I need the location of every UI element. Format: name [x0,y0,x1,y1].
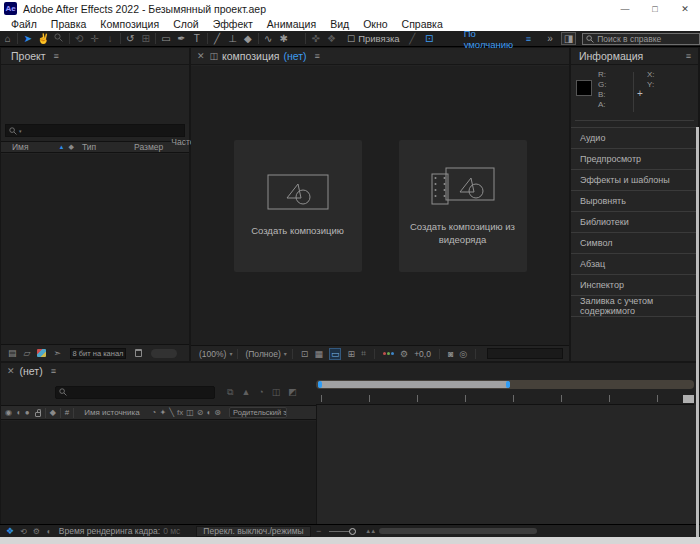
tab-preview[interactable]: Предпросмотр [571,149,698,170]
right-edge-scrollbar[interactable] [696,127,699,537]
monitor-icon[interactable]: ⊡ [301,349,309,359]
orbit-camera-icon[interactable]: ⟲ [71,33,86,44]
toggle-switches-modes-button[interactable]: Перекл. выключ./режимы [196,526,310,537]
hand-tool-icon[interactable]: ✌ [36,33,51,44]
zoom-slider-knob[interactable] [349,528,356,535]
tab-info[interactable]: Информация [579,50,643,62]
pen-tool-icon[interactable]: ✒ [174,33,189,44]
timeline-tracks-area[interactable] [316,405,698,524]
exposure-gear-icon[interactable]: ⚙ [400,349,408,359]
layer-list-area[interactable] [1,421,316,524]
interpret-footage-icon[interactable]: ▤ [8,348,17,358]
menu-help[interactable]: Справка [395,18,450,30]
project-panel-menu-icon[interactable]: ≡ [54,51,59,61]
frame-blend-switch-icon[interactable]: ◫ [186,408,194,417]
composition-tab-close-icon[interactable]: ✕ [197,51,205,61]
pan-camera-icon[interactable]: ✛ [87,33,102,44]
cycle-status-icon[interactable]: ⟲ [20,527,27,536]
project-toggle-pill[interactable] [151,349,177,358]
snap-angle-icon[interactable]: ╱ [404,33,421,44]
tab-character[interactable]: Символ [571,233,698,254]
preview-time-well[interactable] [487,348,563,359]
extra-tool-icon-2[interactable]: ❖ [324,33,339,44]
timeline-horizontal-scrollbar[interactable] [379,528,537,534]
dolly-camera-icon[interactable]: ↓ [102,33,117,44]
frame-blending-icon[interactable]: ◫ [272,387,281,398]
navigator-end-handle[interactable] [506,381,510,388]
tab-effects-and-presets[interactable]: Эффекты и шаблоны [571,170,698,191]
time-ruler[interactable] [316,391,694,405]
shy-switch-icon[interactable]: ◔ [152,408,157,417]
quality-switch-icon[interactable]: ╲ [169,408,174,417]
workspace-switch-icon[interactable]: ◨ [561,32,576,45]
timeline-tab-close-icon[interactable]: ✕ [7,366,15,376]
help-search-input[interactable] [582,33,700,45]
draft-3d-icon[interactable]: ▲ [241,387,250,398]
graph-editor-icon[interactable]: ◩ [288,387,297,398]
new-composition-card[interactable]: Создать композицию [234,140,362,272]
tab-content-aware-fill[interactable]: Заливка с учетом содержимого [571,296,698,317]
timeline-search-input[interactable] [55,386,215,399]
home-icon[interactable]: ⌂ [0,33,15,44]
tab-paragraph[interactable]: Абзац [571,254,698,275]
zoom-out-icon[interactable]: − [316,526,321,536]
ruler-scrollbar-cap[interactable] [683,395,694,403]
clone-stamp-tool-icon[interactable]: ⊥ [225,33,240,44]
tab-libraries[interactable]: Библиотеки [571,212,698,233]
fast-preview-status-icon[interactable]: ❖ [6,526,14,536]
tab-align[interactable]: Выровнять [571,191,698,212]
rotation-tool-icon[interactable]: ↺ [123,33,138,44]
fit-view-icon[interactable]: ⊡ [421,33,438,44]
take-snapshot-icon[interactable]: ◙ [448,349,453,359]
region-of-interest-icon[interactable]: ▭ [329,348,342,360]
workspace-selector[interactable]: По умолчанию [464,28,522,50]
column-type[interactable]: Тип [82,142,96,152]
sort-asc-icon[interactable]: ▲ [59,144,65,150]
new-composition-from-footage-card[interactable]: Создать композицию из видеоряда [399,140,527,272]
time-navigator[interactable] [316,380,694,389]
rulers-icon[interactable]: ⌗ [361,348,366,359]
extra-tool-icon-1[interactable]: ✜ [308,33,323,44]
puppet-tool-icon[interactable]: ✱ [276,33,291,44]
menu-layer[interactable]: Слой [166,18,206,30]
minimize-button[interactable]: — [610,0,640,17]
navigator-start-handle[interactable] [318,381,322,388]
camera-tool-icon[interactable]: ⊞ [138,33,153,44]
magnification-dropdown[interactable]: (100%)▾ [199,349,232,359]
maximize-button[interactable]: □ [640,0,670,17]
close-button[interactable]: ✕ [670,0,700,17]
eraser-tool-icon[interactable]: ◆ [240,33,255,44]
text-tool-icon[interactable]: T [189,33,204,44]
tab-project[interactable]: Проект [11,50,46,62]
menu-file[interactable]: Файл [4,18,44,30]
resolution-dropdown[interactable]: (Полное)▾ [245,349,286,359]
menu-animation[interactable]: Анимация [260,18,323,30]
timeline-panel-menu-icon[interactable]: ≡ [51,366,56,376]
layer-number-column[interactable]: # [65,408,69,417]
new-folder-icon[interactable]: ▱ [24,348,31,358]
time-navigator-bar[interactable] [318,381,510,388]
audio-status-icon[interactable]: ◖ [46,527,51,536]
project-search-input[interactable]: ▾ [5,124,185,137]
gear-status-icon[interactable]: ⚙ [33,527,40,536]
fx-switch-icon[interactable]: fx [177,408,183,417]
parent-link-column[interactable]: Родительский элемент ... [229,407,287,418]
timeline-tab[interactable]: (нет) [20,365,43,377]
collapse-switch-icon[interactable]: ✦ [159,408,166,417]
3d-layer-switch-icon[interactable]: ⊛ [214,408,221,417]
menu-window[interactable]: Окно [356,18,394,30]
menu-effect[interactable]: Эффект [206,18,260,30]
trash-icon[interactable] [135,349,142,357]
composition-flowchart-icon[interactable]: ⧉ [227,387,233,398]
zoom-in-mountain-icon[interactable]: ▲▲ [365,528,375,534]
source-name-column[interactable]: Имя источника [84,408,139,417]
menu-composition[interactable]: Композиция [93,18,166,30]
selection-tool-icon[interactable]: ➤ [20,33,35,44]
show-snapshot-icon[interactable]: ◎ [459,349,467,359]
brush-tool-icon[interactable]: ╱ [209,33,224,44]
label-color-icon[interactable]: ◆ [50,408,56,417]
audio-icon[interactable]: ◖ [16,408,21,417]
eye-icon[interactable]: ◉ [5,408,12,417]
menu-edit[interactable]: Правка [44,18,93,30]
guides-icon[interactable]: ⊞ [347,349,355,359]
